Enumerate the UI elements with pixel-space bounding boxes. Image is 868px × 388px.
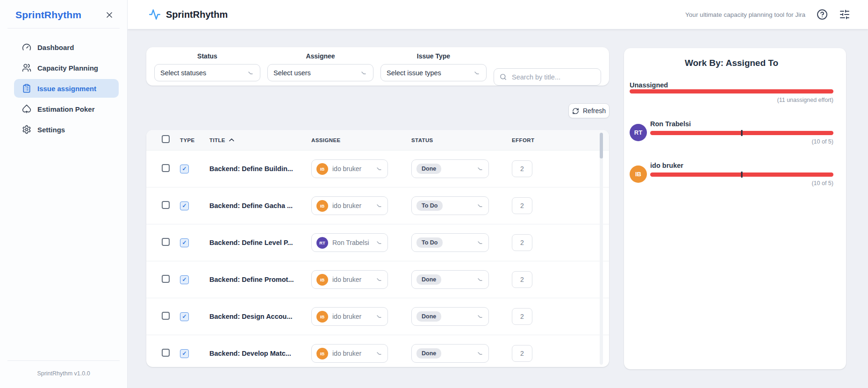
avatar: IB (316, 274, 328, 286)
assignee-select[interactable]: IB ido bruker (311, 270, 388, 289)
avatar: RT (630, 124, 647, 141)
effort-input[interactable] (512, 345, 532, 362)
status-select[interactable]: To Do (411, 196, 489, 215)
workload-entry-unassigned: Unassigned (11 unassigned effort) (630, 81, 833, 103)
row-checkbox[interactable] (162, 238, 170, 246)
avatar: IB (316, 163, 328, 175)
issue-type-filter-select[interactable]: Select issue types (380, 64, 487, 81)
topbar: SprintRhythm Your ultimate capacity plan… (128, 0, 868, 29)
chevron-down-icon (375, 239, 383, 246)
status-select[interactable]: To Do (411, 233, 489, 252)
sidebar-item-dashboard[interactable]: Dashboard (14, 38, 119, 57)
status-badge: To Do (416, 237, 443, 248)
column-header-effort: EFFORT (512, 137, 609, 143)
table-row: ✓ Backend: Define Promot... IB ido bruke… (146, 261, 609, 298)
sidebar-item-label: Capacity Planning (37, 64, 98, 72)
avatar: IB (630, 165, 647, 183)
chevron-down-icon (375, 313, 383, 320)
table-row: ✓ Backend: Define Level P... RT Ron Trab… (146, 224, 609, 261)
capacity-tick (741, 172, 743, 178)
workload-caption: (11 unassigned effort) (630, 97, 833, 103)
chevron-down-icon (375, 165, 383, 172)
workload-entry: RT Ron Trabelsi (10 of 5) (630, 120, 833, 145)
status-select[interactable]: Done (411, 344, 489, 363)
issue-type-filter-label: Issue Type (380, 52, 487, 60)
status-badge: Done (416, 348, 441, 359)
assignee-select[interactable]: RT Ron Trabelsi (311, 233, 388, 252)
assignee-select[interactable]: IB ido bruker (311, 159, 388, 178)
help-circle-icon[interactable] (817, 9, 828, 20)
column-header-type: TYPE (180, 137, 209, 143)
status-select[interactable]: Done (411, 270, 489, 289)
effort-input[interactable] (512, 271, 532, 288)
sidebar-item-estimation-poker[interactable]: Estimation Poker (14, 100, 119, 118)
gauge-icon (22, 43, 31, 52)
row-checkbox[interactable] (162, 201, 170, 209)
checked-task-icon: ✓ (180, 312, 189, 321)
issue-title: Backend: Develop Matc... (209, 350, 291, 357)
refresh-button[interactable]: Refresh (568, 103, 610, 118)
checked-task-icon: ✓ (180, 238, 189, 247)
chevron-down-icon (375, 202, 383, 209)
spade-icon (22, 104, 31, 114)
chevron-down-icon (473, 69, 481, 77)
effort-input[interactable] (512, 197, 532, 214)
sidebar-item-label: Issue assignment (37, 85, 96, 93)
chevron-down-icon (360, 69, 367, 77)
row-checkbox[interactable] (162, 312, 170, 320)
status-badge: Done (416, 311, 441, 322)
row-checkbox[interactable] (162, 349, 170, 357)
workload-caption: (10 of 5) (650, 138, 833, 145)
assignee-select[interactable]: IB ido bruker (311, 344, 388, 363)
effort-input[interactable] (512, 160, 532, 177)
sliders-icon[interactable] (839, 9, 850, 20)
issue-title: Backend: Design Accou... (209, 313, 293, 320)
status-filter-select[interactable]: Select statuses (154, 64, 260, 81)
scrollbar-thumb[interactable] (600, 133, 603, 158)
chevron-down-icon (476, 239, 484, 246)
chevron-down-icon (476, 350, 484, 357)
select-all-checkbox[interactable] (162, 135, 170, 143)
sidebar-item-issue-assignment[interactable]: Issue assignment (14, 79, 119, 98)
assignee-select[interactable]: IB ido bruker (311, 307, 388, 326)
clipboard-list-icon (22, 84, 31, 93)
row-checkbox[interactable] (162, 164, 170, 172)
app-title: SprintRhythm (166, 9, 228, 20)
assignee-select[interactable]: IB ido bruker (311, 196, 388, 215)
table-row: ✓ Backend: Define Buildin... IB ido bruk… (146, 151, 609, 187)
column-header-title[interactable]: TITLE (209, 137, 225, 143)
sprintrhythm-app: SprintRhythm Dashboard Capacity Planning… (0, 0, 868, 388)
chevron-down-icon (476, 313, 484, 320)
workload-entry: IB ido bruker (10 of 5) (630, 162, 833, 187)
effort-input[interactable] (512, 308, 532, 325)
sidebar-item-capacity-planning[interactable]: Capacity Planning (14, 58, 119, 77)
status-filter-label: Status (154, 52, 260, 60)
avatar: IB (316, 311, 328, 323)
avatar: RT (316, 237, 328, 249)
search-input[interactable] (494, 68, 601, 86)
users-icon (22, 63, 31, 72)
app-tagline: Your ultimate capacity planning tool for… (685, 11, 805, 18)
activity-pulse-icon (149, 8, 161, 21)
row-checkbox[interactable] (162, 275, 170, 283)
sidebar: SprintRhythm Dashboard Capacity Planning… (0, 0, 128, 388)
workload-bar (650, 131, 833, 135)
chevron-down-icon (476, 202, 484, 209)
status-badge: To Do (416, 201, 443, 211)
chevron-up-icon[interactable] (228, 137, 235, 144)
close-icon[interactable] (105, 10, 114, 20)
table-row: ✓ Backend: Design Accou... IB ido bruker… (146, 298, 609, 335)
effort-input[interactable] (512, 234, 532, 251)
status-select[interactable]: Done (411, 159, 489, 178)
assignee-filter-select[interactable]: Select users (267, 64, 373, 81)
table-row: ✓ Backend: Develop Matc... IB ido bruker… (146, 335, 609, 367)
chevron-down-icon (476, 165, 484, 172)
column-header-assignee: ASSIGNEE (311, 137, 411, 143)
sidebar-item-settings[interactable]: Settings (14, 120, 119, 139)
avatar: IB (316, 348, 328, 359)
gear-icon (22, 125, 31, 134)
status-select[interactable]: Done (411, 307, 489, 326)
workload-caption: (10 of 5) (650, 180, 833, 187)
assignee-filter-label: Assignee (267, 52, 373, 60)
issues-table-card: TYPE TITLE ASSIGNEE STATUS EFFORT ✓ Back… (146, 130, 609, 367)
